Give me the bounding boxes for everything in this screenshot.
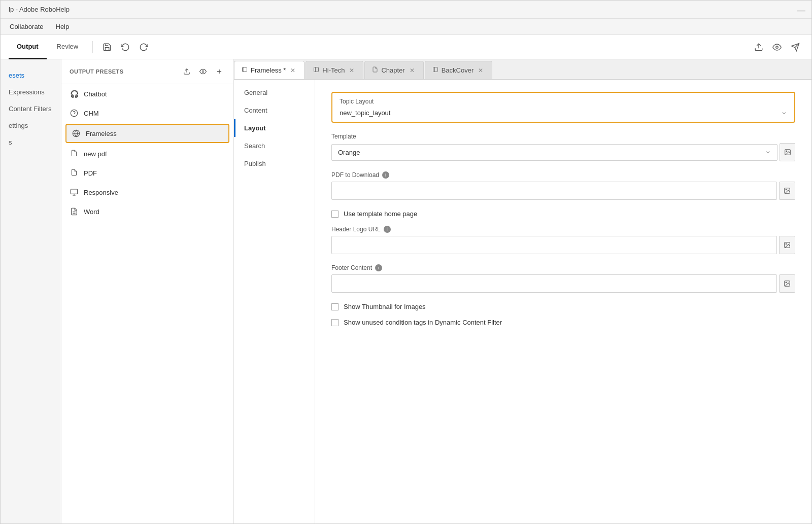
footer-content-label: Footer Content i: [331, 264, 795, 271]
svg-point-1: [776, 46, 779, 48]
frameless-icon: [72, 129, 81, 138]
chatbot-icon: 🎧: [70, 89, 79, 98]
thumbnail-checkbox[interactable]: [331, 303, 339, 310]
tab-nav-search[interactable]: Search: [234, 137, 315, 155]
footer-content-row: [331, 274, 795, 293]
preset-chatbot[interactable]: 🎧 Chatbot: [61, 84, 233, 103]
template-select[interactable]: Orange: [331, 144, 777, 161]
tab-nav-layout[interactable]: Layout: [234, 119, 315, 137]
svg-rect-21: [433, 67, 437, 72]
sidebar-item-settings[interactable]: ettings: [1, 118, 61, 133]
app-window: lp - Adobe RoboHelp — Collaborate Help O…: [0, 0, 812, 524]
menu-help[interactable]: Help: [51, 21, 75, 32]
export-button[interactable]: [751, 39, 767, 55]
frameless-tab-icon: [242, 66, 248, 74]
template-browse-button[interactable]: [780, 143, 795, 161]
toolbar-divider: [92, 41, 93, 53]
template-home-page-row: Use template home page: [331, 210, 795, 218]
header-logo-info-icon[interactable]: i: [384, 226, 391, 233]
preset-chm[interactable]: CHM: [61, 103, 233, 123]
show-unused-row: Show unused condition tags in Dynamic Co…: [331, 319, 795, 326]
tab-backcover[interactable]: BackCover ✕: [425, 61, 493, 79]
presets-preview-button[interactable]: [197, 65, 209, 78]
main-layout: esets Expressions Content Filters etting…: [1, 59, 811, 523]
undo-button[interactable]: [117, 39, 133, 55]
tab-output[interactable]: Output: [9, 35, 47, 59]
sidebar-item-content-filters[interactable]: Content Filters: [1, 101, 61, 117]
tab-nav-publish[interactable]: Publish: [234, 155, 315, 172]
pdf-download-row: [331, 182, 795, 200]
footer-content-info-icon[interactable]: i: [375, 264, 382, 271]
svg-rect-19: [314, 67, 319, 72]
header-logo-input[interactable]: [331, 236, 777, 254]
responsive-icon: [70, 188, 79, 197]
settings-panel: Topic Layout new_topic_layout Template: [315, 80, 811, 523]
presets-title: OUTPUT PRESETS: [70, 68, 177, 75]
backcover-tab-close[interactable]: ✕: [477, 66, 485, 75]
topic-layout-select[interactable]: new_topic_layout: [340, 109, 787, 117]
chapter-tab-label: Chapter: [381, 66, 404, 74]
title-bar-text: lp - Adobe RoboHelp: [9, 6, 70, 13]
preview-button[interactable]: [769, 39, 785, 55]
tab-frameless[interactable]: Frameless * ✕: [234, 61, 304, 79]
footer-content-browse-button[interactable]: [779, 274, 795, 293]
title-bar: lp - Adobe RoboHelp —: [1, 1, 811, 19]
header-logo-browse-button[interactable]: [779, 236, 795, 254]
preset-word[interactable]: Word: [61, 202, 233, 221]
chapter-tab-close[interactable]: ✕: [408, 66, 416, 75]
pdf-download-browse-button[interactable]: [779, 182, 795, 200]
thumbnail-row: Show Thumbnail for Images: [331, 303, 795, 310]
template-group: Template Orange: [331, 133, 795, 161]
hitech-tab-close[interactable]: ✕: [348, 66, 356, 75]
preset-pdf[interactable]: PDF: [61, 163, 233, 183]
tab-nav: General Content Layout Search Publish: [234, 80, 315, 523]
save-button[interactable]: [99, 39, 115, 55]
tab-chapter[interactable]: Chapter ✕: [364, 61, 423, 79]
toolbar: Output Review: [1, 35, 811, 59]
svg-point-8: [71, 110, 77, 116]
presets-add-button[interactable]: [213, 65, 225, 78]
topic-layout-label: Topic Layout: [340, 98, 787, 105]
presets-export-button[interactable]: [181, 65, 193, 78]
template-home-page-label: Use template home page: [344, 210, 417, 218]
svg-point-28: [786, 243, 787, 244]
topic-layout-group: Topic Layout new_topic_layout: [331, 92, 795, 123]
frameless-tab-close[interactable]: ✕: [289, 66, 297, 75]
hitech-tab-icon: [313, 66, 319, 74]
show-unused-label: Show unused condition tags in Dynamic Co…: [344, 319, 502, 326]
minimize-button[interactable]: —: [797, 7, 803, 13]
preset-frameless[interactable]: Frameless: [65, 124, 229, 143]
sidebar-item-presets[interactable]: esets: [1, 67, 61, 83]
template-home-page-checkbox[interactable]: [331, 211, 339, 218]
tab-content: General Content Layout Search Publish: [234, 80, 811, 523]
pdf-download-input[interactable]: [331, 182, 777, 200]
tab-nav-content[interactable]: Content: [234, 101, 315, 119]
svg-point-26: [786, 189, 787, 190]
template-label: Template: [331, 133, 795, 140]
tab-nav-general[interactable]: General: [234, 84, 315, 101]
preset-new-pdf[interactable]: new pdf: [61, 144, 233, 163]
word-icon: [70, 207, 79, 216]
content-area: Frameless * ✕ Hi-Tech ✕: [234, 59, 811, 523]
title-bar-controls: —: [797, 7, 803, 13]
pdf-download-info-icon[interactable]: i: [382, 171, 389, 179]
menu-collaborate[interactable]: Collaborate: [5, 21, 49, 32]
new-pdf-icon: [70, 149, 79, 158]
svg-rect-17: [243, 67, 247, 72]
tab-hitech[interactable]: Hi-Tech ✕: [306, 61, 363, 79]
show-unused-checkbox[interactable]: [331, 319, 339, 326]
preset-responsive[interactable]: Responsive: [61, 183, 233, 202]
tab-review[interactable]: Review: [49, 35, 87, 59]
tabs-bar: Frameless * ✕ Hi-Tech ✕: [234, 59, 811, 80]
sidebar-item-s[interactable]: s: [1, 134, 61, 150]
backcover-tab-icon: [432, 66, 438, 74]
footer-content-group: Footer Content i: [331, 264, 795, 293]
publish-button[interactable]: [787, 39, 803, 55]
hitech-tab-label: Hi-Tech: [322, 66, 345, 74]
redo-button[interactable]: [136, 39, 152, 55]
header-logo-row: [331, 236, 795, 254]
frameless-tab-label: Frameless *: [251, 66, 286, 74]
toolbar-right: [751, 39, 803, 55]
footer-content-input[interactable]: [331, 274, 777, 293]
sidebar-item-expressions[interactable]: Expressions: [1, 84, 61, 100]
